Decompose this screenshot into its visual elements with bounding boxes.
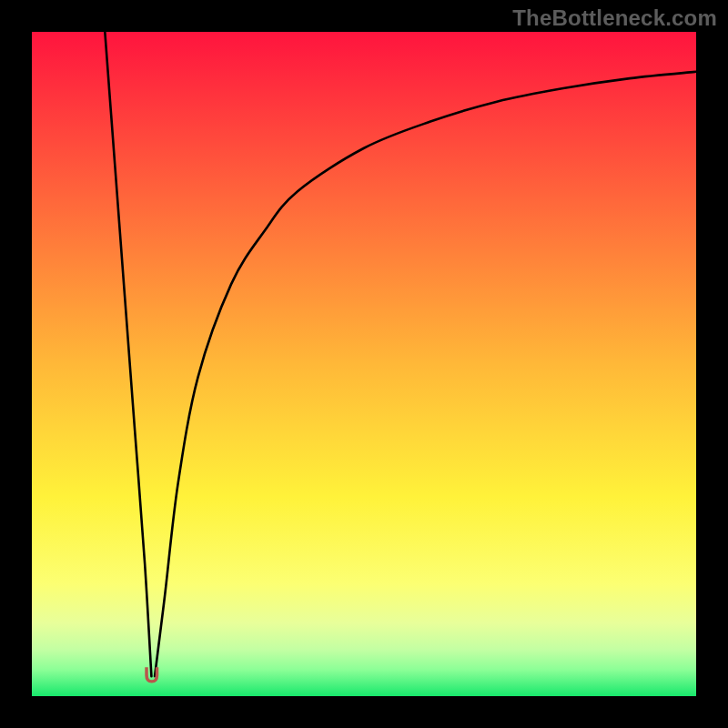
gradient-background <box>32 32 696 696</box>
watermark-text: TheBottleneck.com <box>512 5 717 31</box>
minimum-marker: ∪ <box>142 662 162 687</box>
svg-rect-0 <box>32 32 696 696</box>
plot-area: ∪ <box>32 32 696 696</box>
chart-frame: TheBottleneck.com ∪ <box>0 0 728 728</box>
